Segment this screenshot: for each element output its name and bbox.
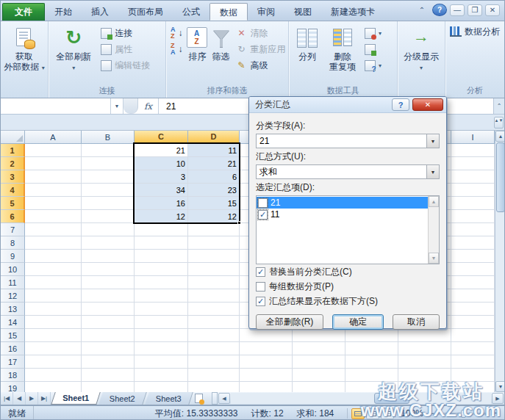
outline-button[interactable]: → 分级显示 ▾ xyxy=(400,23,443,85)
sheet-tab-Sheet3[interactable]: Sheet3 xyxy=(145,392,193,405)
sheet-nav-first[interactable]: |◀ xyxy=(1,392,13,405)
list-item-11[interactable]: ✓11 xyxy=(257,209,428,220)
name-box[interactable] xyxy=(1,98,111,114)
row-header-8[interactable]: 8 xyxy=(1,236,25,250)
cell-B10[interactable] xyxy=(82,263,135,276)
row-header-17[interactable]: 17 xyxy=(1,355,25,369)
listbox-scroll-down-icon[interactable]: ▼ xyxy=(429,253,439,264)
cell-H17[interactable] xyxy=(398,355,451,369)
cell-B7[interactable] xyxy=(82,223,135,236)
normal-view-button[interactable] xyxy=(351,408,365,419)
cell-C15[interactable] xyxy=(135,329,188,342)
combo-dropdown-icon[interactable]: ▼ xyxy=(426,134,439,148)
row-header-13[interactable]: 13 xyxy=(1,303,25,316)
cell-D18[interactable] xyxy=(188,369,240,382)
cell-D3[interactable]: 6 xyxy=(188,170,240,184)
cell-C14[interactable] xyxy=(135,316,188,329)
cell-E17[interactable] xyxy=(240,355,293,369)
cell-C16[interactable] xyxy=(135,342,188,355)
unchecked-checkbox-icon[interactable] xyxy=(256,282,265,292)
tab-新建选项卡[interactable]: 新建选项卡 xyxy=(321,3,384,21)
cell-A17[interactable] xyxy=(25,355,82,369)
tab-视图[interactable]: 视图 xyxy=(284,3,321,21)
row-header-4[interactable]: 4 xyxy=(1,184,25,197)
cell-F16[interactable] xyxy=(293,342,345,355)
checked-checkbox-icon[interactable]: ✓ xyxy=(256,297,265,306)
row-header-3[interactable]: 3 xyxy=(1,170,25,184)
cell-D7[interactable] xyxy=(188,223,240,236)
cell-A11[interactable] xyxy=(25,276,82,289)
cell-C4[interactable]: 34 xyxy=(135,184,188,197)
page-layout-view-button[interactable] xyxy=(366,408,379,419)
cell-I11[interactable] xyxy=(451,276,495,289)
connections-button[interactable]: 连接 xyxy=(98,26,152,40)
row-header-5[interactable]: 5 xyxy=(1,197,25,210)
cell-A2[interactable] xyxy=(25,157,82,170)
cell-F17[interactable] xyxy=(293,355,345,369)
sort-button[interactable]: AZ 排序 xyxy=(187,23,209,85)
cell-A14[interactable] xyxy=(25,316,82,329)
cell-E16[interactable] xyxy=(240,342,293,355)
ok-button[interactable]: 确定 xyxy=(332,314,384,330)
tab-审阅[interactable]: 审阅 xyxy=(248,3,284,21)
cell-A4[interactable] xyxy=(25,184,82,197)
filter-button[interactable]: 筛选 xyxy=(210,23,232,85)
hscroll-right-icon[interactable]: ▶ xyxy=(492,393,504,404)
cell-D16[interactable] xyxy=(188,342,240,355)
cell-E18[interactable] xyxy=(240,369,293,382)
data-validation-button[interactable]: ▾ xyxy=(362,26,384,40)
insert-function-icon[interactable]: fx xyxy=(138,98,159,114)
cell-I5[interactable] xyxy=(451,197,495,210)
cell-I2[interactable] xyxy=(451,157,495,170)
cell-G16[interactable] xyxy=(345,342,398,355)
cell-C18[interactable] xyxy=(135,369,188,382)
cell-A12[interactable] xyxy=(25,289,82,303)
tab-页面布局[interactable]: 页面布局 xyxy=(118,3,173,21)
tab-数据[interactable]: 数据 xyxy=(209,3,248,21)
insert-worksheet-button[interactable] xyxy=(191,392,207,405)
cell-A3[interactable] xyxy=(25,170,82,184)
minimize-icon[interactable]: — xyxy=(450,4,465,16)
cell-H19[interactable] xyxy=(398,382,451,392)
cell-E19[interactable] xyxy=(240,382,293,392)
cell-D9[interactable] xyxy=(188,250,240,263)
function-combobox[interactable]: 求和 ▼ xyxy=(256,164,440,179)
get-external-data-button[interactable]: 获取 外部数据 ▾ xyxy=(3,23,46,85)
cell-A10[interactable] xyxy=(25,263,82,276)
row-header-6[interactable]: 6 xyxy=(1,210,25,223)
option-row-1[interactable]: ✓替换当前分类汇总(C) xyxy=(256,265,440,279)
properties-button[interactable]: 属性 xyxy=(98,43,152,56)
row-header-11[interactable]: 11 xyxy=(1,276,25,289)
cell-B19[interactable] xyxy=(82,382,135,392)
cell-D11[interactable] xyxy=(188,276,240,289)
sort-descending-button[interactable]: Z A ↓ xyxy=(168,43,185,56)
sheet-nav-prev[interactable]: ◀ xyxy=(13,392,26,405)
zoom-slider-knob[interactable] xyxy=(461,410,466,418)
cell-I6[interactable] xyxy=(451,210,495,223)
cell-I10[interactable] xyxy=(451,263,495,276)
cell-A5[interactable] xyxy=(25,197,82,210)
cell-G19[interactable] xyxy=(345,382,398,392)
tab-开始[interactable]: 开始 xyxy=(45,3,82,21)
data-analysis-button[interactable]: 数据分析 xyxy=(448,25,502,38)
cell-A8[interactable] xyxy=(25,236,82,250)
row-header-18[interactable]: 18 xyxy=(1,369,25,382)
cell-B12[interactable] xyxy=(82,289,135,303)
page-break-view-button[interactable] xyxy=(381,408,394,419)
row-header-2[interactable]: 2 xyxy=(1,157,25,170)
group-by-combobox[interactable]: 21 ▼ xyxy=(256,134,440,148)
scroll-down-icon[interactable]: ▼ xyxy=(495,381,505,392)
cell-C2[interactable]: 10 xyxy=(135,157,188,170)
cell-D8[interactable] xyxy=(188,236,240,250)
cell-I19[interactable] xyxy=(451,382,495,392)
cell-A9[interactable] xyxy=(25,250,82,263)
row-header-9[interactable]: 9 xyxy=(1,250,25,263)
cell-I16[interactable] xyxy=(451,342,495,355)
cell-D19[interactable] xyxy=(188,382,240,392)
option-row-3[interactable]: ✓汇总结果显示在数据下方(S) xyxy=(256,294,440,308)
tab-file[interactable]: 文件 xyxy=(2,3,45,21)
advanced-filter-button[interactable]: ✎ 高级 xyxy=(234,59,288,72)
cell-A1[interactable] xyxy=(25,144,82,157)
cell-I7[interactable] xyxy=(451,223,495,236)
edit-links-button[interactable]: 编辑链接 xyxy=(98,59,152,72)
